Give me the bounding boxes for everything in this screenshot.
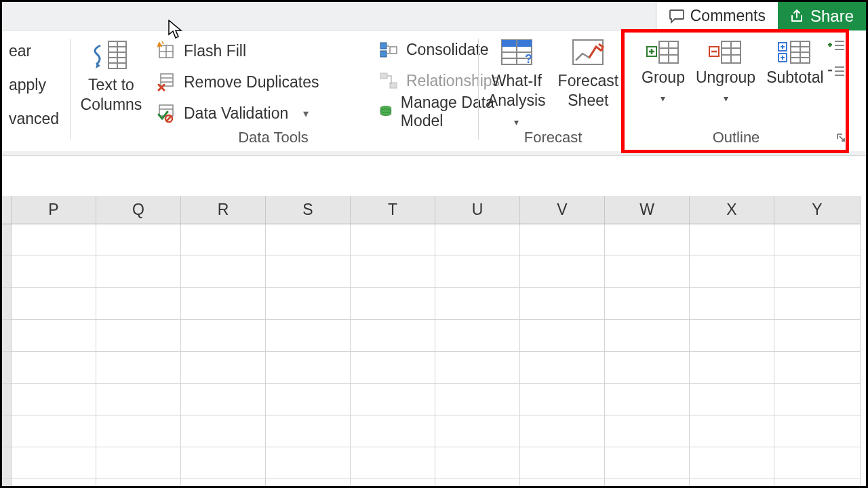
cell[interactable] [774, 384, 861, 415]
cell[interactable] [181, 384, 266, 415]
cell[interactable] [351, 320, 435, 352]
cell[interactable] [12, 479, 96, 486]
cell[interactable] [351, 224, 435, 256]
cell[interactable] [351, 479, 435, 486]
column-header[interactable]: U [435, 196, 520, 224]
cell[interactable] [12, 256, 96, 288]
cell[interactable] [96, 320, 181, 352]
cell[interactable] [435, 447, 520, 479]
cell[interactable] [605, 447, 690, 479]
cell[interactable] [181, 479, 266, 486]
cell[interactable] [690, 447, 774, 479]
column-header[interactable]: P [12, 196, 96, 224]
cell[interactable] [520, 256, 605, 288]
cell[interactable] [351, 288, 435, 320]
cell[interactable] [435, 479, 520, 486]
text-to-columns-button[interactable]: Text to Columns [77, 36, 146, 131]
cell[interactable] [774, 256, 861, 288]
cell[interactable] [12, 384, 96, 415]
cell[interactable] [435, 224, 520, 256]
cell[interactable] [774, 320, 861, 352]
cell[interactable] [266, 352, 351, 384]
cell[interactable] [605, 320, 690, 352]
cell[interactable] [774, 352, 861, 384]
column-header[interactable]: V [520, 196, 605, 224]
cell[interactable] [605, 224, 690, 256]
cell[interactable] [520, 479, 605, 486]
cell[interactable] [96, 479, 181, 486]
row-header[interactable] [2, 479, 12, 486]
cell[interactable] [96, 288, 181, 320]
column-header[interactable]: S [266, 196, 351, 224]
cell[interactable] [181, 288, 266, 320]
reapply-button[interactable]: apply [0, 73, 63, 97]
advanced-button[interactable]: vanced [0, 106, 63, 131]
column-header[interactable]: R [181, 196, 266, 224]
cell[interactable] [435, 415, 520, 447]
cell[interactable] [266, 288, 351, 320]
column-header[interactable]: T [351, 196, 435, 224]
cell[interactable] [690, 320, 774, 352]
cell[interactable] [435, 352, 520, 384]
cell[interactable] [12, 288, 96, 320]
cell[interactable] [181, 256, 266, 288]
row-header[interactable] [2, 352, 12, 384]
cell[interactable] [266, 479, 351, 486]
cell[interactable] [690, 479, 774, 486]
row-header[interactable] [2, 288, 12, 320]
cell[interactable] [351, 384, 435, 415]
column-header[interactable]: X [690, 196, 774, 224]
cell[interactable] [12, 447, 96, 479]
cell[interactable] [351, 256, 435, 288]
cell[interactable] [690, 224, 774, 256]
clear-button[interactable]: ear [0, 39, 63, 63]
cell[interactable] [181, 320, 266, 352]
cell[interactable] [774, 447, 861, 479]
cell[interactable] [605, 415, 690, 447]
cell[interactable] [605, 384, 690, 415]
cell[interactable] [96, 224, 181, 256]
cell[interactable] [12, 415, 96, 447]
cell[interactable] [690, 352, 774, 384]
row-header[interactable] [2, 256, 12, 288]
column-header[interactable]: W [605, 196, 690, 224]
column-header[interactable]: Y [774, 196, 861, 224]
cell[interactable] [96, 352, 181, 384]
share-button[interactable]: Share [778, 2, 866, 30]
column-header[interactable]: Q [96, 196, 181, 224]
cell[interactable] [774, 415, 861, 447]
show-detail-icon[interactable] [828, 39, 846, 52]
subtotal-button[interactable]: Subtotal [766, 37, 823, 87]
row-header[interactable] [2, 320, 12, 352]
cell[interactable] [520, 384, 605, 415]
group-button[interactable]: Group▾ [642, 37, 685, 106]
row-header[interactable] [2, 384, 12, 415]
cell[interactable] [96, 447, 181, 479]
cell[interactable] [605, 479, 690, 486]
cell[interactable] [96, 415, 181, 447]
cell[interactable] [12, 352, 96, 384]
cell[interactable] [774, 224, 861, 256]
grid[interactable] [2, 224, 866, 486]
cell[interactable] [520, 352, 605, 384]
cell[interactable] [520, 447, 605, 479]
cell[interactable] [266, 256, 351, 288]
cell[interactable] [605, 256, 690, 288]
cell[interactable] [266, 224, 351, 256]
cell[interactable] [266, 415, 351, 447]
cell[interactable] [520, 320, 605, 352]
cell[interactable] [520, 288, 605, 320]
cell[interactable] [351, 352, 435, 384]
cell[interactable] [690, 415, 774, 447]
cell[interactable] [12, 224, 96, 256]
cell[interactable] [181, 352, 266, 384]
cell[interactable] [774, 288, 861, 320]
cell[interactable] [605, 288, 690, 320]
cell[interactable] [181, 415, 266, 447]
cell[interactable] [435, 320, 520, 352]
row-header[interactable] [2, 415, 12, 447]
row-header[interactable] [2, 447, 12, 479]
cell[interactable] [351, 447, 435, 479]
cell[interactable] [690, 288, 774, 320]
cell[interactable] [435, 256, 520, 288]
